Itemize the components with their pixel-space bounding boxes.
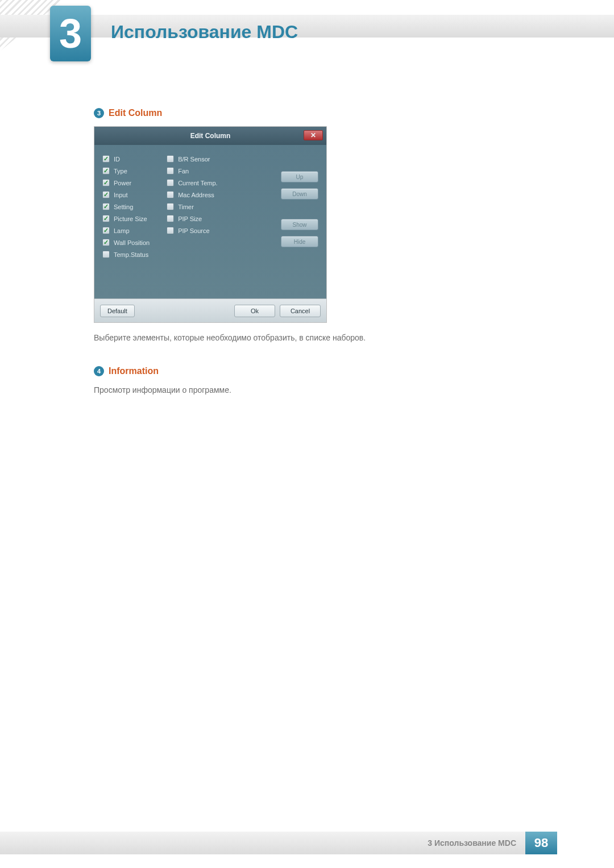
checkbox-label: Current Temp. [178, 180, 218, 186]
column-right: B/R SensorFanCurrent Temp.Mac AddressTim… [167, 155, 218, 263]
checkbox-label: Power [114, 180, 131, 186]
close-button[interactable]: ✕ [304, 130, 323, 140]
dialog-body: IDTypePowerInputSettingPicture SizeLampW… [94, 145, 326, 298]
bullet-3-icon: 3 [94, 108, 104, 118]
checkbox-label: Lamp [114, 227, 130, 234]
checkbox-row[interactable]: Current Temp. [167, 179, 218, 186]
edit-column-dialog: Edit Column ✕ IDTypePowerInputSettingPic… [94, 126, 327, 323]
checkbox-label: Input [114, 192, 127, 198]
side-button-group: Up Down Show Hide [281, 171, 318, 247]
checkbox-label: B/R Sensor [178, 156, 210, 163]
checkbox[interactable] [167, 215, 174, 222]
up-button[interactable]: Up [281, 171, 318, 182]
checkbox[interactable] [102, 227, 110, 234]
checkbox-row[interactable]: Mac Address [167, 191, 218, 198]
checkbox[interactable] [167, 155, 174, 163]
checkbox[interactable] [167, 191, 174, 198]
page-footer: 3 Использование MDC 98 [0, 832, 614, 854]
checkbox-row[interactable]: Wall Position [102, 239, 150, 246]
checkbox-label: Wall Position [114, 239, 150, 246]
default-button[interactable]: Default [100, 305, 135, 317]
chapter-number: 3 [59, 10, 82, 57]
section-4-heading: 4 Information [94, 366, 563, 376]
section-4-caption: Просмотр информации о программе. [94, 385, 563, 394]
checkbox[interactable] [167, 203, 174, 210]
checkbox[interactable] [167, 179, 174, 186]
checkbox-label: Temp.Status [114, 251, 148, 258]
checkbox-row[interactable]: B/R Sensor [167, 155, 218, 163]
checkbox[interactable] [102, 203, 110, 210]
section-3-heading: 3 Edit Column [94, 108, 563, 118]
dialog-title-text: Edit Column [190, 132, 231, 140]
checkbox-row[interactable]: Temp.Status [102, 251, 150, 258]
checkbox[interactable] [167, 167, 174, 175]
bullet-4-icon: 4 [94, 366, 104, 376]
checkbox-row[interactable]: Timer [167, 203, 218, 210]
checkbox[interactable] [102, 191, 110, 198]
cancel-button[interactable]: Cancel [280, 305, 321, 317]
content-area: 3 Edit Column Edit Column ✕ IDTypePowerI… [94, 108, 563, 418]
checkbox-label: Type [114, 168, 127, 175]
checkbox-row[interactable]: Picture Size [102, 215, 150, 222]
page-number: 98 [534, 836, 548, 850]
checkbox-label: ID [114, 156, 120, 163]
checkbox[interactable] [102, 155, 110, 163]
checkbox-row[interactable]: Power [102, 179, 150, 186]
checkbox-label: Fan [178, 168, 189, 175]
checkbox[interactable] [102, 215, 110, 222]
checkbox-label: Picture Size [114, 215, 147, 222]
hide-button[interactable]: Hide [281, 236, 318, 247]
footer-bar: 3 Использование MDC [0, 832, 525, 854]
checkbox[interactable] [102, 167, 110, 175]
section-4-label: Information [109, 366, 159, 376]
checkbox-label: Mac Address [178, 192, 214, 198]
checkbox-row[interactable]: Fan [167, 167, 218, 175]
checkbox-row[interactable]: Setting [102, 203, 150, 210]
checkbox[interactable] [102, 239, 110, 246]
checkbox[interactable] [167, 227, 174, 234]
checkbox-label: PIP Size [178, 215, 202, 222]
page-number-badge: 98 [525, 832, 557, 854]
close-icon: ✕ [310, 131, 316, 139]
header-bar [0, 15, 614, 38]
section-3-label: Edit Column [109, 108, 162, 118]
checkbox-row[interactable]: Type [102, 167, 150, 175]
down-button[interactable]: Down [281, 188, 318, 200]
checkbox-label: Setting [114, 203, 133, 210]
checkbox-row[interactable]: PIP Source [167, 227, 218, 234]
checkbox-row[interactable]: PIP Size [167, 215, 218, 222]
section-3-caption: Выберите элементы, которые необходимо от… [94, 333, 563, 342]
footer-label: 3 Использование MDC [428, 838, 516, 848]
chapter-badge: 3 [50, 6, 91, 61]
checkbox-row[interactable]: Input [102, 191, 150, 198]
show-button[interactable]: Show [281, 219, 318, 230]
checkbox[interactable] [102, 251, 110, 258]
dialog-titlebar: Edit Column ✕ [94, 127, 326, 145]
checkbox-row[interactable]: Lamp [102, 227, 150, 234]
column-left: IDTypePowerInputSettingPicture SizeLampW… [102, 155, 150, 263]
checkbox-label: PIP Source [178, 227, 209, 234]
chapter-title: Использование MDC [111, 22, 298, 43]
dialog-footer: Default Ok Cancel [94, 298, 326, 322]
checkbox-label: Timer [178, 203, 194, 210]
checkbox-row[interactable]: ID [102, 155, 150, 163]
ok-button[interactable]: Ok [234, 305, 275, 317]
checkbox[interactable] [102, 179, 110, 186]
